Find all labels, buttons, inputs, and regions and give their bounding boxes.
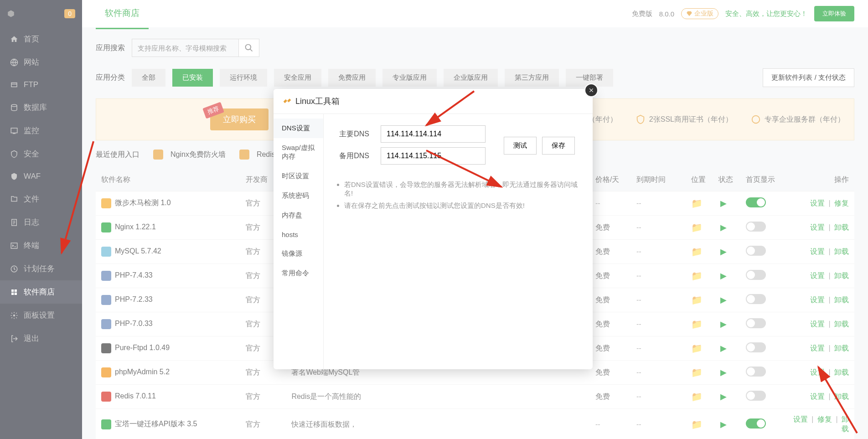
primary-dns-label: 主要DNS <box>335 129 369 139</box>
modal-title: Linux工具箱 <box>295 96 340 107</box>
linux-toolbox-modal: Linux工具箱 DNS设置Swap/虚拟内存时区设置系统密码内存盘hosts镜… <box>274 89 593 369</box>
modal-tab[interactable]: DNS设置 <box>274 119 323 138</box>
tips-list: 若DNS设置错误，会导致您的服务器无法解析域名，即无法通过服务器访问域名! 请在… <box>335 181 581 210</box>
modal-tab[interactable]: 镜像源 <box>274 244 323 263</box>
modal-tab[interactable]: 系统密码 <box>274 186 323 206</box>
close-button[interactable] <box>584 83 598 97</box>
tip-item: 若DNS设置错误，会导致您的服务器无法解析域名，即无法通过服务器访问域名! <box>344 181 581 198</box>
tip-item: 请在保存之前先点击测试按钮以测试您设置的DNS是否有效! <box>344 201 581 210</box>
save-button[interactable]: 保存 <box>542 137 575 155</box>
modal-main: 主要DNS 备用DNS 测试 保存 若DNS设置错误，会导致您的服务器无法解析域… <box>324 114 593 369</box>
modal-tab[interactable]: 内存盘 <box>274 206 323 225</box>
modal-sidebar: DNS设置Swap/虚拟内存时区设置系统密码内存盘hosts镜像源常用命令 <box>274 114 324 369</box>
modal-tab[interactable]: hosts <box>274 225 323 244</box>
modal-tab[interactable]: 时区设置 <box>274 166 323 186</box>
close-icon <box>588 87 594 93</box>
modal-header: Linux工具箱 <box>274 89 593 114</box>
backup-dns-input[interactable] <box>381 147 486 165</box>
test-button[interactable]: 测试 <box>504 137 537 155</box>
primary-dns-input[interactable] <box>381 125 486 143</box>
backup-dns-label: 备用DNS <box>335 151 369 161</box>
modal-tab[interactable]: Swap/虚拟内存 <box>274 138 323 166</box>
modal-tab[interactable]: 常用命令 <box>274 263 323 283</box>
toolbox-icon <box>283 97 292 106</box>
